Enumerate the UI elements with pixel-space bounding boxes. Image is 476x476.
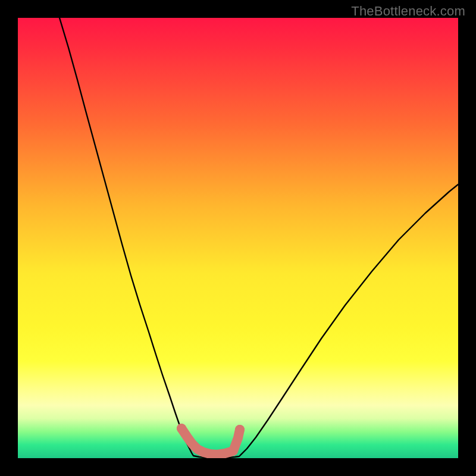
bottleneck-plot	[18, 18, 458, 458]
floor-marker-group	[177, 424, 245, 455]
watermark-text: TheBottleneck.com	[351, 4, 465, 19]
bottleneck-curve	[60, 18, 458, 458]
floor-marker-dot	[177, 424, 186, 433]
chart-frame	[18, 18, 458, 458]
floor-marker-dot	[235, 425, 245, 434]
